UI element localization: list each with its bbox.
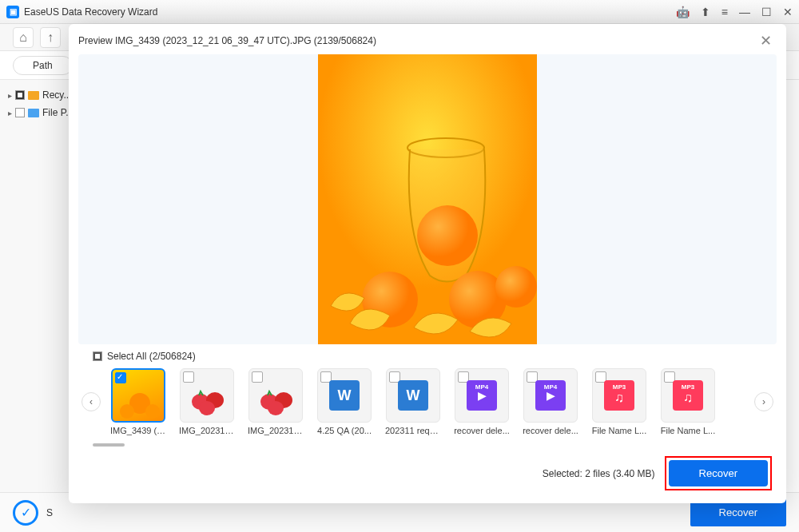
- thumbnail-box[interactable]: [455, 368, 509, 423]
- modal-footer: Selected: 2 files (3.40 MB) Recover: [78, 447, 777, 495]
- modal-header: Preview IMG_3439 (2023_12_21 06_39_47 UT…: [78, 32, 777, 50]
- svg-point-7: [120, 404, 134, 419]
- titlebar: ▣ EaseUS Data Recovery Wizard 🤖 ⬆ ≡ — ☐ …: [0, 0, 799, 24]
- svg-point-11: [199, 401, 215, 415]
- preview-modal: Preview IMG_3439 (2023_12_21 06_39_47 UT…: [69, 24, 786, 503]
- thumbnail-label: recover dele...: [454, 426, 510, 435]
- svg-point-5: [495, 266, 537, 308]
- preview-area: [78, 54, 777, 344]
- menu-icon[interactable]: ≡: [721, 6, 728, 18]
- svg-point-8: [145, 404, 160, 419]
- preview-image: [318, 54, 537, 344]
- thumbnail-box[interactable]: [317, 368, 372, 423]
- prev-button[interactable]: ‹: [81, 392, 101, 411]
- thumbnail[interactable]: 202311 requi...: [385, 368, 441, 435]
- thumbnail[interactable]: File Name L...: [660, 368, 716, 435]
- mp3-icon: [604, 380, 634, 411]
- recover-highlight: Recover: [665, 456, 772, 490]
- svg-point-14: [268, 401, 284, 415]
- upload-icon[interactable]: ⬆: [701, 6, 710, 18]
- status-text: S: [46, 507, 53, 518]
- up-button[interactable]: ↑: [40, 27, 61, 48]
- thumbnail-box[interactable]: [523, 368, 578, 423]
- close-icon[interactable]: ✕: [755, 32, 777, 50]
- recover-button[interactable]: Recover: [669, 460, 768, 486]
- thumbnail-label: IMG_3439 (2...: [110, 426, 166, 435]
- thumbnail[interactable]: IMG_3439 (2...: [110, 368, 166, 435]
- progress-icon: ✓: [13, 500, 38, 526]
- titlebar-controls: 🤖 ⬆ ≡ — ☐ ✕: [676, 6, 793, 18]
- checkbox[interactable]: [15, 90, 25, 100]
- folder-icon: [28, 109, 39, 117]
- checkbox-partial[interactable]: [93, 351, 102, 361]
- mp3-icon: [673, 380, 703, 411]
- caret-icon[interactable]: ▸: [8, 91, 12, 100]
- home-button[interactable]: ⌂: [13, 27, 34, 48]
- close-icon[interactable]: ✕: [783, 6, 793, 18]
- maximize-icon[interactable]: ☐: [761, 6, 772, 18]
- thumbnail-box[interactable]: [661, 368, 715, 423]
- thumbnail-box[interactable]: [592, 368, 646, 423]
- thumbnail-label: 4.25 QA (20...: [316, 426, 372, 435]
- thumbnail[interactable]: recover dele...: [523, 368, 578, 435]
- checkbox[interactable]: [252, 371, 263, 383]
- thumbnail-label: recover dele...: [523, 426, 578, 435]
- thumbnails-row: ‹ IMG_3439 (2...IMG_202311...IMG_202311.…: [78, 365, 777, 439]
- select-all-label: Select All (2/506824): [107, 351, 196, 362]
- premium-icon[interactable]: 🤖: [676, 6, 690, 18]
- word-icon: [329, 380, 360, 411]
- thumbnail-label: File Name L...: [591, 426, 647, 435]
- thumbnail[interactable]: IMG_202311...: [179, 368, 235, 435]
- mp4-icon: [467, 380, 497, 411]
- path-chip[interactable]: Path: [13, 56, 73, 75]
- caret-icon[interactable]: ▸: [8, 109, 12, 117]
- thumbnail[interactable]: recover dele...: [454, 368, 510, 435]
- app-title: EaseUS Data Recovery Wizard: [24, 6, 157, 18]
- thumbnail-label: File Name L...: [660, 426, 716, 435]
- selected-count: Selected: 2 files (3.40 MB): [543, 468, 655, 479]
- minimize-icon[interactable]: —: [739, 6, 750, 18]
- svg-point-2: [417, 205, 478, 266]
- thumbnail-box[interactable]: [111, 368, 165, 423]
- thumbnail-box[interactable]: [248, 368, 303, 423]
- thumbnail-label: IMG_202311...: [248, 426, 304, 435]
- thumbnail-box[interactable]: [386, 368, 440, 423]
- checkbox[interactable]: [183, 371, 194, 383]
- thumbnail[interactable]: IMG_202311...: [248, 368, 304, 435]
- thumbnail-label: 202311 requi...: [385, 426, 441, 435]
- tree-label: Recy...: [42, 89, 71, 101]
- thumbnail-label: IMG_202311...: [179, 426, 235, 435]
- mp4-icon: [535, 380, 566, 411]
- thumbnail[interactable]: 4.25 QA (20...: [316, 368, 372, 435]
- folder-icon: [28, 91, 39, 100]
- app-icon: ▣: [6, 6, 19, 18]
- word-icon: [398, 380, 428, 411]
- checkbox[interactable]: [15, 108, 25, 117]
- orange-photo: [318, 54, 537, 344]
- next-button[interactable]: ›: [754, 392, 773, 411]
- thumbnail[interactable]: File Name L...: [591, 368, 647, 435]
- modal-title: Preview IMG_3439 (2023_12_21 06_39_47 UT…: [78, 35, 376, 46]
- thumbnail-box[interactable]: [180, 368, 234, 423]
- select-all-row[interactable]: Select All (2/506824): [78, 344, 777, 365]
